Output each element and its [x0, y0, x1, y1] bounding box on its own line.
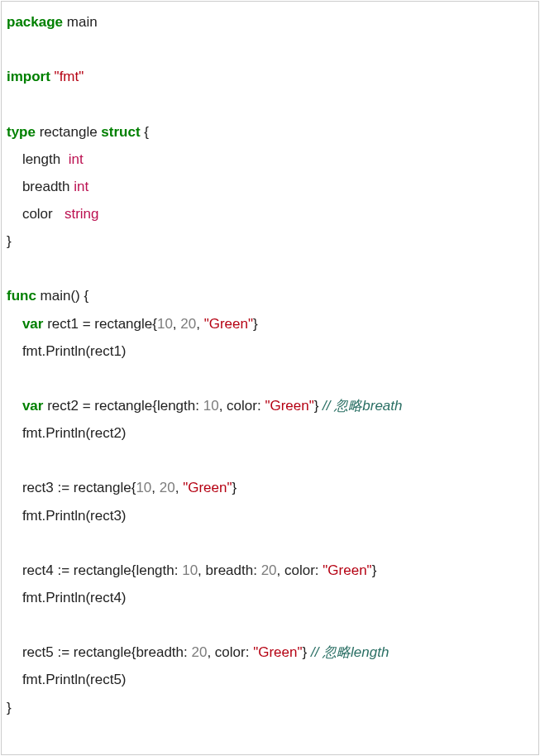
comment: // 忽略breath	[323, 398, 402, 414]
code-line: fmt.Println(rect5)	[7, 672, 127, 687]
keyword-import: import	[7, 69, 50, 84]
field-length: length	[7, 151, 69, 167]
number-literal: 10	[182, 562, 198, 578]
code-text: }	[314, 398, 323, 414]
package-name: main	[63, 14, 98, 30]
code-text: , breadth:	[198, 562, 261, 578]
string-literal: "Green"	[265, 398, 313, 414]
code-line: fmt.Println(rect1)	[7, 343, 127, 359]
keyword-var: var	[7, 398, 43, 414]
code-text: }	[253, 316, 258, 332]
type-string: string	[65, 206, 99, 222]
func-main-sig: main() {	[36, 288, 88, 304]
import-path: "fmt"	[50, 69, 84, 84]
string-literal: "Green"	[204, 316, 253, 332]
code-line: fmt.Println(rect2)	[7, 425, 127, 441]
code-text: ,	[175, 480, 183, 495]
number-literal: 20	[180, 316, 196, 332]
code-text: rect2 = rectangle{length:	[43, 398, 203, 414]
code-text: ,	[173, 316, 180, 332]
code-text: , color:	[207, 644, 253, 660]
code-text: rect5 := rectangle{breadth:	[7, 644, 192, 660]
number-literal: 20	[261, 562, 277, 578]
number-literal: 10	[136, 480, 151, 495]
keyword-package: package	[7, 14, 63, 30]
code-text: ,	[196, 316, 203, 332]
code-text: rect3 := rectangle{	[7, 480, 136, 495]
type-name: rectangle	[36, 124, 101, 140]
type-int: int	[69, 151, 84, 167]
code-text: }	[303, 644, 311, 660]
code-text: rect1 = rectangle{	[43, 316, 157, 332]
code-text: , color:	[219, 398, 265, 414]
field-breadth: breadth	[7, 179, 74, 194]
brace-close: }	[7, 700, 12, 715]
number-literal: 20	[160, 480, 175, 495]
keyword-var: var	[7, 316, 43, 332]
comment: // 忽略length	[311, 644, 389, 660]
brace-open: {	[141, 124, 149, 140]
code-text: }	[232, 480, 237, 495]
code-text: }	[372, 562, 377, 578]
keyword-struct: struct	[101, 124, 140, 140]
number-literal: 10	[157, 316, 173, 332]
field-color: color	[7, 206, 65, 222]
string-literal: "Green"	[253, 644, 302, 660]
code-text: rect4 := rectangle{length:	[7, 562, 182, 578]
brace-close: }	[7, 233, 12, 249]
keyword-type: type	[7, 124, 36, 140]
code-line: fmt.Println(rect4)	[7, 590, 127, 605]
string-literal: "Green"	[183, 480, 232, 495]
keyword-func: func	[7, 288, 36, 304]
string-literal: "Green"	[323, 562, 371, 578]
number-literal: 10	[203, 398, 219, 414]
code-text: , color:	[277, 562, 323, 578]
code-block: package main import "fmt" type rectangle…	[1, 1, 539, 755]
number-literal: 20	[192, 644, 208, 660]
code-text: ,	[151, 480, 159, 495]
type-int: int	[74, 179, 88, 194]
code-line: fmt.Println(rect3)	[7, 508, 127, 524]
